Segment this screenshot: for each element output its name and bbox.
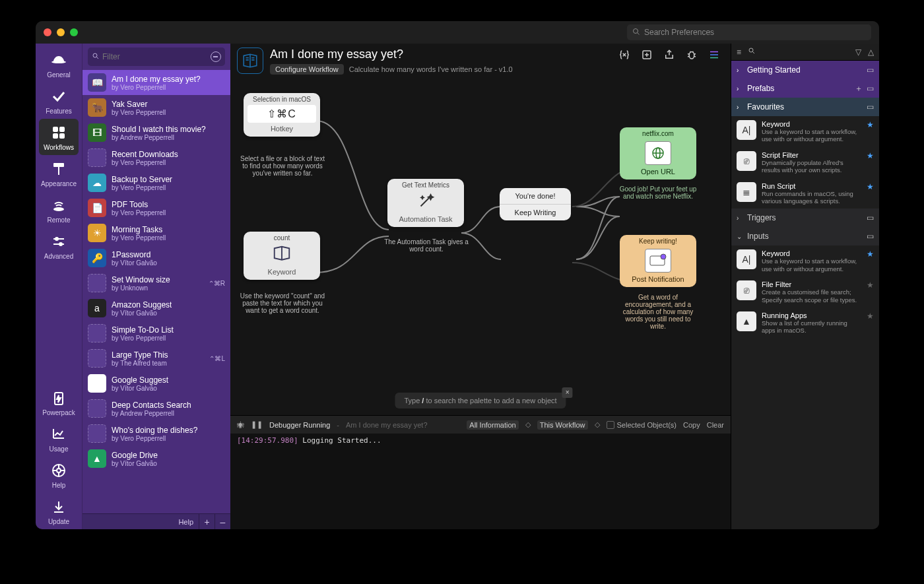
node-keyword[interactable]: count Keyword: [244, 232, 320, 280]
workflow-thumb: ☀: [88, 224, 106, 242]
workflow-row[interactable]: Large Type Thisby The Alfred team⌃⌘L: [82, 346, 230, 371]
debug-bug-icon[interactable]: 🕷: [237, 421, 244, 429]
node-open-url[interactable]: netflix.com Open URL: [620, 127, 696, 179]
window-icon[interactable]: ▭: [867, 102, 874, 112]
palette-item[interactable]: ⎚File FilterCreate a customised file sea…: [731, 276, 879, 308]
add-icon[interactable]: ＋: [855, 83, 863, 94]
workflow-row[interactable]: Deep Contacts Searchby Andrew Pepperrell: [82, 396, 230, 421]
palette-section[interactable]: ›Getting Started▭: [731, 61, 879, 79]
window-icon[interactable]: ▭: [867, 65, 874, 75]
workflow-author: by Vero Pepperrell: [112, 159, 178, 166]
node-post-notification[interactable]: Keep writing! Post Notification: [620, 235, 696, 287]
workflow-list-panel: 📖Am I done my essay yet?by Vero Pepperre…: [82, 44, 230, 529]
window-icon[interactable]: ▭: [867, 232, 874, 241]
palette-hint: Type / to search the palette to add a ne…: [395, 393, 566, 408]
rail-powerpack[interactable]: Powerpack: [39, 384, 79, 420]
favourite-star-icon[interactable]: ★: [867, 182, 874, 191]
palette-section[interactable]: ⌄Inputs▭: [731, 227, 879, 245]
favourite-star-icon[interactable]: ★: [867, 249, 874, 259]
rail-workflows[interactable]: Workflows: [39, 119, 79, 155]
workflow-filter[interactable]: [88, 48, 225, 66]
palette-toggle-icon[interactable]: [707, 48, 721, 62]
debug-info-select[interactable]: All Information: [467, 420, 518, 430]
export-icon[interactable]: [662, 48, 676, 62]
favourite-star-icon[interactable]: ★: [867, 280, 874, 290]
workflow-thumb: a: [88, 299, 106, 317]
workflow-row[interactable]: Set Window sizeby Unknown⌃⌘R: [82, 271, 230, 296]
workflow-row[interactable]: aAmazon Suggestby Vítor Galvão: [82, 296, 230, 321]
debug-icon[interactable]: [684, 48, 699, 62]
rail-update[interactable]: Update: [39, 493, 79, 529]
workflow-row[interactable]: ☁Backup to Serverby Vero Pepperrell: [82, 170, 230, 195]
workflow-row[interactable]: 📖Am I done my essay yet?by Vero Pepperre…: [82, 70, 230, 95]
workflow-editor: Am I done my essay yet? Configure Workfl…: [230, 44, 731, 529]
rail-advanced[interactable]: Advanced: [39, 228, 79, 264]
workflow-thumb: [88, 324, 106, 342]
workflow-row[interactable]: 🔑1Passwordby Vítor Galvão: [82, 245, 230, 271]
palette-section[interactable]: ›Favourites▭: [731, 98, 879, 116]
rail-help[interactable]: Help: [39, 457, 79, 493]
window-icon[interactable]: ▭: [867, 84, 874, 93]
node-automation-task[interactable]: Get Text Metrics Automation Task: [387, 179, 464, 227]
palette-section[interactable]: ›Triggers▭: [731, 209, 879, 227]
node-hotkey[interactable]: Selection in macOS ⇧⌘C Hotkey: [244, 93, 320, 137]
search-preferences[interactable]: Search Preferences: [627, 24, 871, 40]
favourite-star-icon[interactable]: ★: [867, 120, 874, 129]
help-button[interactable]: Help: [82, 518, 199, 526]
workflow-row[interactable]: ▲Google Driveby Vítor Galvão: [82, 446, 230, 471]
palette-section[interactable]: ›Prefabs＋▭: [731, 79, 879, 98]
debug-copy-button[interactable]: Copy: [683, 421, 700, 429]
favourite-star-icon[interactable]: ★: [867, 151, 874, 160]
workflow-row[interactable]: 🎞Should I watch this movie?by Andrew Pep…: [82, 120, 230, 145]
workflow-row[interactable]: Recent Downloadsby Vero Pepperrell: [82, 145, 230, 170]
collapse-down-icon[interactable]: ▽: [855, 48, 861, 57]
palette-item[interactable]: ▲Running AppsShow a list of currently ru…: [731, 308, 879, 339]
close-window-button[interactable]: [44, 28, 51, 36]
workflow-row[interactable]: Simple To-Do Listby Vero Pepperrell: [82, 321, 230, 346]
chevron-icon: ⌄: [737, 233, 743, 240]
rail-general[interactable]: General: [39, 46, 79, 82]
list-icon[interactable]: ≡: [737, 48, 741, 57]
variables-icon[interactable]: [617, 48, 632, 62]
palette-item[interactable]: ≣Run ScriptRun commands in macOS, using …: [731, 178, 879, 209]
window-icon[interactable]: ▭: [867, 213, 874, 222]
configure-workflow-button[interactable]: Configure Workflow: [270, 64, 344, 75]
workflow-shortcut: ⌃⌘R: [209, 280, 225, 287]
debug-scope-select[interactable]: This Workflow: [537, 420, 588, 430]
workflow-author: by Vero Pepperrell: [112, 84, 201, 91]
workflow-author: by Vítor Galvão: [112, 460, 158, 467]
battery-icon: [48, 388, 70, 408]
rail-remote[interactable]: Remote: [39, 191, 79, 228]
favourite-star-icon[interactable]: ★: [867, 311, 874, 321]
workflow-canvas[interactable]: Selection in macOS ⇧⌘C Hotkey Select a f…: [230, 81, 731, 415]
rail-appearance[interactable]: Appearance: [39, 155, 79, 191]
collapse-up-icon[interactable]: △: [868, 48, 874, 57]
zoom-window-button[interactable]: [70, 28, 78, 36]
palette-item-title: File Filter: [762, 280, 861, 288]
close-hint-button[interactable]: ×: [562, 387, 573, 398]
debug-clear-button[interactable]: Clear: [707, 421, 724, 429]
workflow-list-footer: Help + –: [82, 513, 230, 529]
remove-workflow-button[interactable]: –: [214, 514, 230, 529]
workflow-row[interactable]: 🐂Yak Saverby Vero Pepperrell: [82, 95, 230, 120]
palette-item-title: Running Apps: [762, 311, 861, 319]
open-folder-icon[interactable]: [640, 48, 654, 62]
debug-pause-icon[interactable]: ❚❚: [251, 420, 263, 429]
palette-item[interactable]: A|KeywordUse a keyword to start a workfl…: [731, 245, 879, 276]
workflow-row[interactable]: GGoogle Suggestby Vítor Galvão: [82, 371, 230, 396]
filter-input[interactable]: [102, 52, 208, 61]
node-decision[interactable]: You're done! Keep Writing: [500, 188, 571, 220]
search-icon[interactable]: [748, 47, 756, 57]
svg-point-11: [55, 238, 58, 240]
rail-features[interactable]: Features: [39, 82, 79, 119]
palette-item[interactable]: ⎚Script FilterDynamically populate Alfre…: [731, 147, 879, 178]
clear-filter-button[interactable]: [211, 51, 221, 62]
rail-usage[interactable]: Usage: [39, 420, 79, 457]
workflow-row[interactable]: Who's doing the dishes?by Vero Pepperrel…: [82, 421, 230, 446]
selected-objects-checkbox[interactable]: Selected Object(s): [607, 421, 676, 429]
palette-item[interactable]: A|KeywordUse a keyword to start a workfl…: [731, 116, 879, 147]
workflow-row[interactable]: 📄PDF Toolsby Vero Pepperrell: [82, 195, 230, 220]
add-workflow-button[interactable]: +: [199, 514, 214, 529]
minimize-window-button[interactable]: [57, 28, 65, 36]
workflow-row[interactable]: ☀Morning Tasksby Vero Pepperrell: [82, 220, 230, 245]
